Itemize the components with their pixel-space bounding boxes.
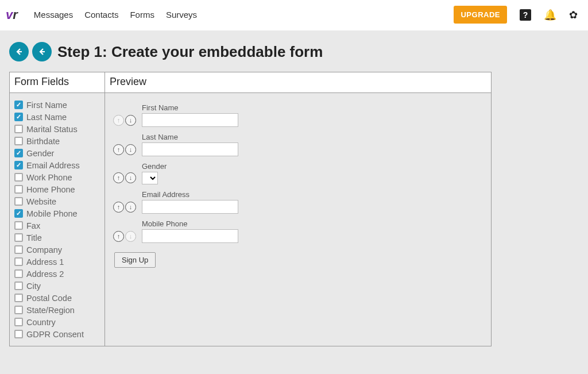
preview-input[interactable] xyxy=(142,229,238,243)
field-label: Fax xyxy=(26,221,40,230)
field-label: Marital Status xyxy=(26,125,78,134)
preview-input[interactable] xyxy=(142,142,238,156)
field-item[interactable]: Email Address xyxy=(14,159,100,171)
field-checkbox[interactable] xyxy=(14,282,23,290)
field-label: State/Region xyxy=(26,306,75,315)
field-item[interactable]: First Name xyxy=(14,99,100,111)
fields-column: Form Fields First NameLast NameMarital S… xyxy=(10,72,105,346)
field-checkbox[interactable] xyxy=(14,113,23,121)
field-item[interactable]: Marital Status xyxy=(14,123,100,135)
field-label: Work Phone xyxy=(26,173,72,182)
field-item[interactable]: Last Name xyxy=(14,111,100,123)
field-checkbox[interactable] xyxy=(14,221,23,230)
nav-contacts[interactable]: Contacts xyxy=(84,10,118,20)
field-checkbox[interactable] xyxy=(14,209,23,218)
field-item[interactable]: Birthdate xyxy=(14,135,100,147)
fields-list: First NameLast NameMarital StatusBirthda… xyxy=(10,93,105,346)
preview-field-label: Last Name xyxy=(142,133,238,141)
move-down-icon: ↓ xyxy=(125,231,136,242)
field-label: First Name xyxy=(26,101,67,110)
field-label: Last Name xyxy=(26,113,67,122)
field-item[interactable]: Country xyxy=(14,316,100,328)
back-arrow-icon-2[interactable] xyxy=(32,42,52,61)
field-item[interactable]: Website xyxy=(14,195,100,207)
move-down-icon[interactable]: ↓ xyxy=(125,115,136,126)
bell-icon[interactable]: 🔔 xyxy=(544,9,556,21)
move-down-icon[interactable]: ↓ xyxy=(125,202,136,213)
preview-field-label: Email Address xyxy=(142,190,238,199)
field-checkbox[interactable] xyxy=(14,330,23,338)
field-item[interactable]: Title xyxy=(14,232,100,244)
field-item[interactable]: Home Phone xyxy=(14,183,100,195)
nav-forms[interactable]: Forms xyxy=(130,10,154,20)
field-label: Country xyxy=(26,318,56,327)
field-item[interactable]: State/Region xyxy=(14,304,100,316)
field-label: City xyxy=(26,282,41,291)
page-title: Step 1: Create your embeddable form xyxy=(57,43,323,61)
field-checkbox[interactable] xyxy=(14,149,23,157)
field-label: Gender xyxy=(26,149,54,158)
help-icon[interactable]: ? xyxy=(520,9,531,21)
field-checkbox[interactable] xyxy=(14,125,23,133)
field-checkbox[interactable] xyxy=(14,197,23,206)
field-item[interactable]: Work Phone xyxy=(14,171,100,183)
field-checkbox[interactable] xyxy=(14,233,23,242)
field-label: Birthdate xyxy=(26,137,60,146)
field-checkbox[interactable] xyxy=(14,161,23,169)
order-controls: ↑↓ xyxy=(113,144,138,156)
field-checkbox[interactable] xyxy=(14,306,23,314)
preview-field-label: Gender xyxy=(142,162,167,171)
field-checkbox[interactable] xyxy=(14,294,23,302)
topbar-left: vr Messages Contacts Forms Surveys xyxy=(6,9,197,21)
upgrade-button[interactable]: UPGRADE xyxy=(454,6,507,24)
order-controls: ↑↓ xyxy=(113,172,138,184)
field-item[interactable]: Mobile Phone xyxy=(14,207,100,219)
logo[interactable]: vr xyxy=(6,9,18,21)
form-panel: Form Fields First NameLast NameMarital S… xyxy=(9,72,492,346)
field-checkbox[interactable] xyxy=(14,318,23,326)
move-up-icon[interactable]: ↑ xyxy=(113,172,124,183)
move-up-icon[interactable]: ↑ xyxy=(113,144,124,155)
field-item[interactable]: GDPR Consent xyxy=(14,328,100,340)
field-checkbox[interactable] xyxy=(14,269,23,278)
move-up-icon[interactable]: ↑ xyxy=(113,202,124,213)
field-item[interactable]: City xyxy=(14,280,100,292)
field-item[interactable]: Gender xyxy=(14,147,100,159)
field-item[interactable]: Postal Code xyxy=(14,292,100,304)
field-item[interactable]: Fax xyxy=(14,219,100,232)
move-up-icon[interactable]: ↑ xyxy=(113,231,124,242)
field-checkbox[interactable] xyxy=(14,173,23,182)
preview-field: Last Name xyxy=(142,133,238,156)
field-checkbox[interactable] xyxy=(14,101,23,109)
preview-field: Gender xyxy=(142,162,167,184)
preview-input[interactable] xyxy=(142,200,238,214)
field-checkbox[interactable] xyxy=(14,245,23,254)
preview-row: ↑↓Email Address xyxy=(113,190,483,214)
field-label: Company xyxy=(26,245,62,255)
gear-icon[interactable]: ✿ xyxy=(569,9,578,21)
preview-input[interactable] xyxy=(142,113,238,127)
field-checkbox[interactable] xyxy=(14,185,23,194)
nav-surveys[interactable]: Surveys xyxy=(166,10,197,20)
topbar: vr Messages Contacts Forms Surveys UPGRA… xyxy=(0,0,588,32)
preview-select[interactable] xyxy=(142,172,158,184)
back-arrow-icon[interactable] xyxy=(9,42,29,61)
move-down-icon[interactable]: ↓ xyxy=(125,172,136,183)
order-controls: ↑↓ xyxy=(113,231,138,243)
field-label: Home Phone xyxy=(26,185,75,194)
preview-field: Email Address xyxy=(142,190,238,214)
move-up-icon: ↑ xyxy=(113,115,124,126)
fields-header: Form Fields xyxy=(10,72,105,93)
field-checkbox[interactable] xyxy=(14,257,23,266)
field-item[interactable]: Company xyxy=(14,244,100,256)
nav-links: Messages Contacts Forms Surveys xyxy=(34,10,197,20)
signup-button[interactable]: Sign Up xyxy=(114,252,156,268)
move-down-icon[interactable]: ↓ xyxy=(125,144,136,155)
preview-row: ↑↓Last Name xyxy=(113,133,483,156)
field-item[interactable]: Address 2 xyxy=(14,268,100,280)
field-item[interactable]: Address 1 xyxy=(14,256,100,268)
field-checkbox[interactable] xyxy=(14,137,23,145)
preview-field-label: Mobile Phone xyxy=(142,219,238,228)
order-controls: ↑↓ xyxy=(113,202,138,214)
nav-messages[interactable]: Messages xyxy=(34,10,73,20)
